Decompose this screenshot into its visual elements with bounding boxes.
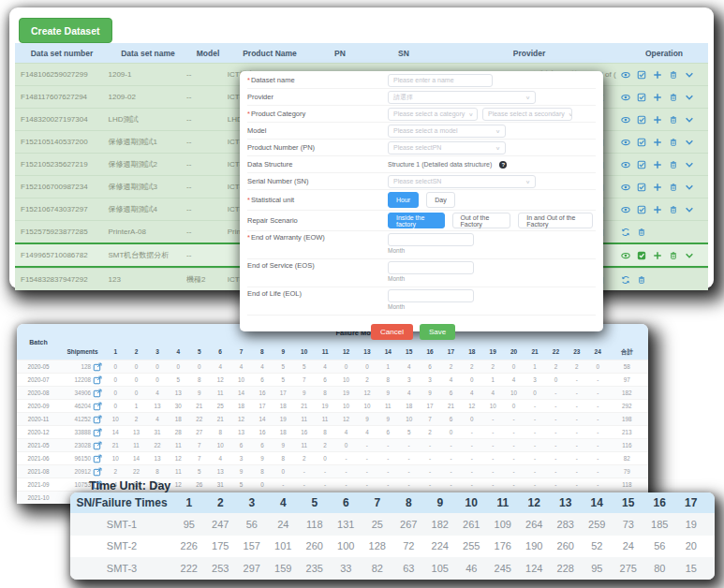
- failure-row: 2020-08349060041391114161798191294964410…: [17, 386, 648, 399]
- view-icon[interactable]: [621, 70, 630, 80]
- failure-value-cell: 0: [105, 376, 126, 383]
- toggle-button[interactable]: In and Out of the Factory: [518, 213, 593, 228]
- view-icon[interactable]: [621, 251, 630, 260]
- day-value-cell: 235: [299, 563, 331, 574]
- view-icon[interactable]: [621, 205, 630, 214]
- text-input[interactable]: Please enter a name: [388, 74, 493, 87]
- edit-checkbox-icon[interactable]: [637, 70, 646, 80]
- info-icon[interactable]: ?: [499, 161, 507, 169]
- toggle-button[interactable]: Day: [426, 192, 454, 208]
- month-column-header: 10: [294, 348, 315, 357]
- column-header: Data set number: [15, 49, 109, 58]
- chevron-down-icon[interactable]: [685, 160, 694, 169]
- failure-value-cell: 7: [189, 455, 210, 462]
- add-icon[interactable]: [653, 115, 662, 125]
- edit-checkbox-icon[interactable]: [637, 160, 646, 169]
- failure-value-cell: 6: [377, 429, 398, 435]
- shipments-value: 33888: [74, 429, 91, 435]
- edit-checkbox-icon[interactable]: [637, 138, 646, 147]
- delete-icon[interactable]: [637, 275, 646, 285]
- delete-icon[interactable]: [669, 251, 678, 260]
- delete-icon[interactable]: [669, 160, 678, 169]
- toggle-button[interactable]: Out of the Factory: [452, 213, 511, 228]
- view-icon[interactable]: [621, 115, 630, 125]
- failure-value-cell: 19: [335, 390, 356, 396]
- failure-value-cell: -: [525, 416, 545, 422]
- add-icon[interactable]: [653, 160, 662, 169]
- view-icon[interactable]: [621, 160, 630, 169]
- field-label: Provider: [247, 93, 388, 101]
- failure-value-cell: 8: [210, 429, 230, 435]
- chevron-down-icon[interactable]: [685, 70, 694, 80]
- failure-value-cell: 12: [168, 455, 188, 462]
- add-icon[interactable]: [653, 138, 662, 147]
- edit-checkbox-icon[interactable]: [637, 183, 646, 192]
- edit-checkbox-icon[interactable]: [637, 251, 646, 260]
- view-icon[interactable]: [621, 138, 630, 147]
- select-dropdown[interactable]: Please selectSN∨: [388, 175, 536, 188]
- failure-value-cell: 8: [273, 455, 293, 462]
- edit-checkbox-icon[interactable]: [637, 205, 646, 214]
- failure-value-cell: -: [587, 455, 608, 462]
- select-dropdown[interactable]: 請選擇∨: [388, 91, 536, 104]
- sn-failure-times-header: SN/Failure Times: [70, 496, 173, 509]
- select-dropdown[interactable]: Please select a secondary∨: [482, 108, 572, 121]
- chevron-down-icon[interactable]: [685, 138, 694, 147]
- edit-shipment-icon[interactable]: [93, 415, 102, 424]
- select-dropdown[interactable]: Please selectPN∨: [388, 141, 506, 154]
- sync-icon[interactable]: [621, 228, 630, 237]
- view-icon[interactable]: [621, 183, 630, 192]
- delete-icon[interactable]: [669, 183, 678, 192]
- edit-checkbox-icon[interactable]: [637, 115, 646, 125]
- add-icon[interactable]: [653, 183, 662, 192]
- toggle-button[interactable]: Hour: [388, 192, 419, 208]
- edit-checkbox-icon[interactable]: [637, 93, 646, 102]
- delete-icon[interactable]: [669, 138, 678, 147]
- edit-shipment-icon[interactable]: [93, 428, 102, 437]
- add-icon[interactable]: [653, 70, 662, 80]
- month-input[interactable]: [388, 289, 474, 302]
- failure-value-cell: 2: [126, 416, 146, 422]
- month-column-header: 12: [335, 348, 356, 357]
- view-icon[interactable]: [621, 93, 630, 102]
- failure-value-cell: -: [503, 442, 524, 448]
- edit-shipment-icon[interactable]: [93, 362, 102, 372]
- chevron-down-icon[interactable]: [685, 93, 694, 102]
- cell: F148320027197304: [15, 115, 108, 124]
- create-dataset-button[interactable]: Create Dataset: [19, 18, 112, 43]
- select-dropdown[interactable]: Please select a model∨: [388, 125, 506, 138]
- select-dropdown[interactable]: Please select a category∨: [388, 108, 478, 121]
- failure-value-cell: -: [587, 403, 608, 409]
- edit-shipment-icon[interactable]: [93, 375, 102, 385]
- toggle-button[interactable]: Inside the factory: [388, 213, 445, 228]
- delete-icon[interactable]: [669, 205, 678, 214]
- sn-label-cell: SMT-2: [70, 540, 173, 551]
- edit-shipment-icon[interactable]: [93, 402, 102, 411]
- batch-cell: 2021-09: [17, 481, 60, 488]
- operation-cell: [617, 138, 708, 147]
- delete-icon[interactable]: [669, 93, 678, 102]
- delete-icon[interactable]: [637, 228, 646, 237]
- edit-shipment-icon[interactable]: [93, 454, 102, 463]
- failure-value-cell: -: [462, 429, 482, 435]
- chevron-down-icon[interactable]: [685, 205, 694, 214]
- failure-value-cell: -: [567, 442, 587, 448]
- add-icon[interactable]: [653, 93, 662, 102]
- month-input[interactable]: [388, 233, 474, 246]
- day-value-cell: 95: [173, 519, 205, 530]
- delete-icon[interactable]: [669, 115, 678, 125]
- add-icon[interactable]: [653, 251, 662, 260]
- add-icon[interactable]: [653, 205, 662, 214]
- delete-icon[interactable]: [669, 70, 678, 80]
- edit-shipment-icon[interactable]: [93, 441, 102, 450]
- chevron-down-icon[interactable]: [685, 183, 694, 192]
- cancel-button[interactable]: Cancel: [371, 324, 413, 340]
- chevron-down-icon[interactable]: [685, 115, 694, 125]
- failure-value-cell: 9: [294, 390, 315, 396]
- sync-icon[interactable]: [621, 275, 630, 285]
- chevron-down-icon[interactable]: [685, 251, 694, 260]
- month-input[interactable]: [388, 261, 474, 274]
- failure-value-cell: -: [587, 442, 608, 448]
- save-button[interactable]: Save: [420, 324, 455, 340]
- edit-shipment-icon[interactable]: [93, 389, 102, 398]
